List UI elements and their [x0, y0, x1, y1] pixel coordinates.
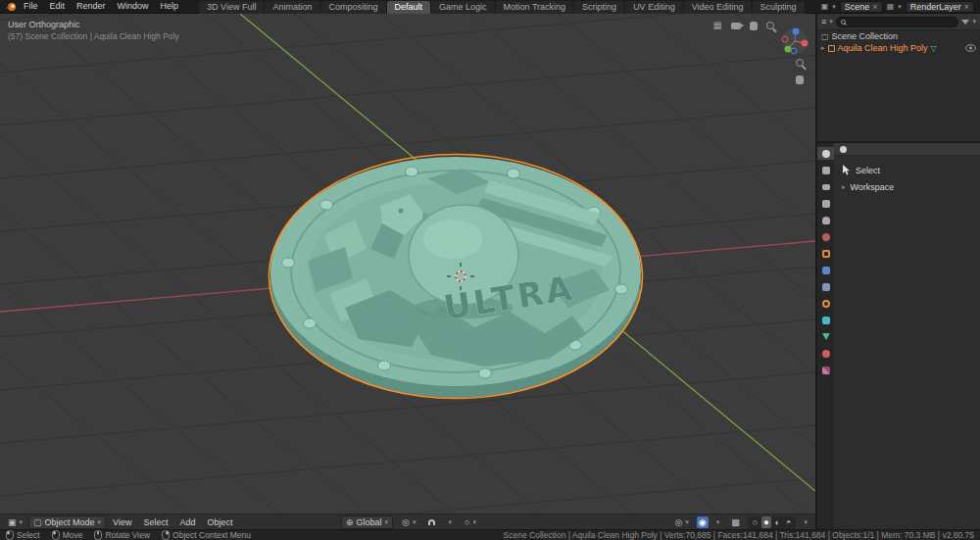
menu-render[interactable]: Render: [72, 0, 111, 13]
tab-scripting[interactable]: Scripting: [574, 1, 625, 14]
pan-hand-icon[interactable]: [750, 22, 758, 30]
properties-tab-modifiers[interactable]: [817, 264, 834, 276]
viewport-header-center: ⊕ Global ▾ ◎ ▾ ▾ ○: [341, 515, 480, 530]
chevron-down-icon: ▾: [685, 518, 689, 526]
mode-dropdown[interactable]: ▢ Object Mode ▾: [28, 515, 106, 529]
view-layer-name: RenderLayer: [910, 2, 961, 12]
tab-motion-tracking[interactable]: Motion Tracking: [496, 1, 575, 14]
expand-chevron-icon[interactable]: ▸: [821, 44, 825, 52]
snap-toggle[interactable]: [424, 515, 439, 529]
properties-tab-scene[interactable]: [817, 214, 834, 226]
perspective-grid-icon[interactable]: ▦: [713, 21, 722, 30]
outliner-editor-icon[interactable]: ≡: [821, 17, 826, 26]
transform-orientation-dropdown[interactable]: ⊕ Global ▾: [341, 515, 393, 529]
shading-rendered-button[interactable]: ◓: [784, 516, 793, 528]
tab-video-editing[interactable]: Video Editing: [684, 1, 753, 14]
xray-toggle[interactable]: ▩: [727, 515, 744, 529]
properties-tab-object[interactable]: [817, 247, 834, 260]
menu-add[interactable]: Add: [174, 517, 200, 527]
show-gizmo-dropdown[interactable]: ◎ ▾: [670, 515, 692, 529]
tab-game-logic[interactable]: Game Logic: [431, 1, 496, 14]
right-panel: ≡ ▾ ▾ ▢ Scene Collection ▸ Aquila Clean …: [815, 14, 980, 529]
chevron-down-icon: ▾: [413, 518, 416, 526]
physics-orbit-icon: [822, 300, 830, 308]
view-layer-icon: ▦: [887, 2, 895, 11]
overlays-dropdown[interactable]: ▾: [712, 515, 724, 529]
tab-3d-view-full[interactable]: 3D View Full: [199, 1, 265, 14]
view-layer-selector[interactable]: RenderLayer ×: [906, 1, 974, 13]
status-bar: Select Move Rotate View Object Context M…: [0, 529, 980, 540]
view-layer-browse-chevron-icon[interactable]: ▾: [898, 3, 902, 11]
properties-tab-tool[interactable]: [817, 147, 834, 160]
properties-tab-data[interactable]: [817, 330, 834, 343]
gizmo-icon: ◎: [674, 517, 682, 527]
properties-editor: Select ▸ Workspace: [817, 143, 980, 529]
tab-animation[interactable]: Animation: [265, 1, 320, 14]
xray-icon: ▩: [731, 517, 740, 527]
panel-workspace[interactable]: ▸ Workspace: [834, 178, 980, 195]
shading-mode-group: ○ ● ◐ ◓: [748, 516, 797, 529]
overlays-toggle[interactable]: ◉: [697, 516, 709, 528]
scene-selector[interactable]: Scene ×: [840, 1, 883, 13]
visibility-eye-icon[interactable]: [965, 44, 976, 52]
gizmo-z-axis: [793, 28, 800, 35]
tab-default[interactable]: Default: [387, 1, 432, 14]
blender-logo-icon[interactable]: [4, 1, 17, 12]
menu-view[interactable]: View: [108, 517, 136, 527]
viewport-nav-column: [796, 59, 804, 84]
properties-tab-world[interactable]: [817, 230, 834, 243]
filter-funnel-icon[interactable]: [961, 20, 969, 25]
menu-help[interactable]: Help: [156, 0, 184, 13]
properties-tab-view-layer[interactable]: [817, 197, 834, 210]
hint-label: Select: [17, 530, 40, 540]
gizmo-x-axis: [802, 40, 808, 47]
menu-window[interactable]: Window: [113, 0, 154, 13]
active-tool-row: Select: [834, 162, 980, 178]
editor-3d-viewport-icon: ▣: [8, 517, 17, 527]
properties-tab-particles[interactable]: [817, 280, 834, 293]
overlays-icon: ◉: [699, 517, 707, 527]
move-view-icon[interactable]: [796, 75, 804, 84]
properties-tab-constraints[interactable]: [817, 314, 834, 326]
properties-tab-output[interactable]: [817, 180, 834, 193]
mesh-data-triangle-icon: [822, 333, 830, 340]
outliner-row-object[interactable]: ▸ Aquila Clean High Poly ▽: [817, 42, 980, 54]
zoom-icon[interactable]: [766, 22, 774, 29]
snap-settings-dropdown[interactable]: ▾: [444, 515, 456, 529]
menu-file[interactable]: File: [19, 0, 43, 13]
object-mode-icon: ▢: [33, 517, 42, 527]
zoom-tool-icon[interactable]: [796, 59, 804, 67]
shading-solid-button[interactable]: ●: [761, 516, 770, 528]
shading-material-button[interactable]: ◐: [773, 516, 782, 528]
scene-browse-chevron-icon[interactable]: ▾: [832, 3, 836, 11]
hint-context-menu: Object Context Menu: [162, 530, 251, 540]
scene-unlink-icon[interactable]: ×: [872, 2, 877, 12]
shading-wireframe-button[interactable]: ○: [751, 516, 760, 528]
menu-edit[interactable]: Edit: [45, 0, 71, 13]
menu-object[interactable]: Object: [202, 517, 237, 527]
3d-viewport[interactable]: ULTRA User Orthographic: [0, 14, 815, 514]
properties-tab-render[interactable]: [817, 164, 834, 176]
properties-tab-physics[interactable]: [817, 297, 834, 310]
shading-dropdown[interactable]: ▾: [800, 515, 811, 529]
object-icon: [828, 45, 835, 52]
hint-label: Rotate View: [105, 530, 150, 540]
tab-uv-editing[interactable]: UV Editing: [625, 1, 684, 14]
tab-sculpting[interactable]: Sculpting: [753, 1, 806, 14]
outliner-row-scene-collection[interactable]: ▢ Scene Collection: [817, 30, 980, 42]
tab-compositing[interactable]: Compositing: [320, 1, 386, 14]
viewport-canvas[interactable]: ULTRA: [0, 14, 815, 514]
orientation-gizmo[interactable]: [780, 26, 809, 56]
editor-type-button[interactable]: ▣ ▾: [4, 515, 26, 529]
properties-tab-material[interactable]: [817, 347, 834, 360]
pivot-point-dropdown[interactable]: ◎ ▾: [398, 515, 419, 529]
menu-select[interactable]: Select: [138, 517, 172, 527]
view-layer-remove-icon[interactable]: ×: [964, 2, 969, 12]
proportional-edit-toggle[interactable]: ○ ▾: [461, 515, 480, 529]
gizmo-y-axis: [785, 46, 792, 53]
outliner-search-input[interactable]: [836, 17, 959, 27]
properties-tab-texture[interactable]: [817, 364, 834, 376]
mouse-left-icon: [6, 530, 14, 540]
orientation-label: Global: [357, 517, 382, 527]
camera-view-icon[interactable]: [731, 23, 741, 29]
